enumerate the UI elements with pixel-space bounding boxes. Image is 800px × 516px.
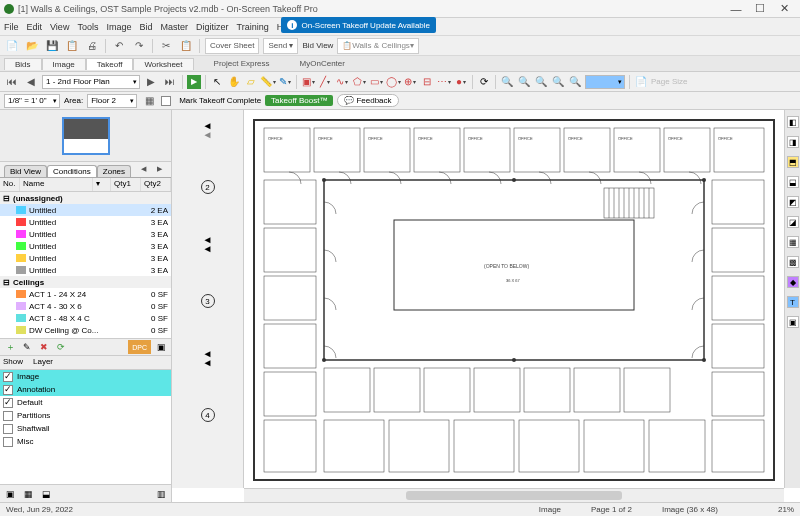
annotation-icon[interactable]: ✎ xyxy=(278,75,292,89)
takeoff-boost-button[interactable]: Takeoff Boost™ xyxy=(265,95,333,106)
dpc-button[interactable]: DPC xyxy=(128,340,151,354)
layer-row[interactable]: Annotation xyxy=(0,383,171,396)
layer-tool-4-icon[interactable]: ▥ xyxy=(154,487,168,501)
linear2-tool-icon[interactable]: ∿ xyxy=(335,75,349,89)
page-selector[interactable]: 1 - 2nd Floor Plan xyxy=(42,75,140,89)
project-dropdown[interactable]: 📋 Walls & Ceilings ▾ xyxy=(337,38,419,54)
layer-checkbox[interactable] xyxy=(3,424,13,434)
save-icon[interactable]: 💾 xyxy=(44,38,60,54)
menu-bid[interactable]: Bid xyxy=(139,22,152,32)
play-icon[interactable]: ▶ xyxy=(187,75,201,89)
layer-checkbox[interactable] xyxy=(3,372,13,382)
rail-tool-10-icon[interactable]: T xyxy=(787,296,799,308)
copy-icon[interactable]: 📋 xyxy=(64,38,80,54)
col-qty1[interactable]: Qty1 xyxy=(111,178,141,191)
condition-group[interactable]: ⊟(unassigned) xyxy=(0,192,171,204)
tab-image[interactable]: Image xyxy=(42,58,86,70)
condition-row[interactable]: Untitled2 EA xyxy=(0,204,171,216)
rail-tool-6-icon[interactable]: ◪ xyxy=(787,216,799,228)
add-condition-icon[interactable]: ＋ xyxy=(3,340,17,354)
layer-row[interactable]: Misc xyxy=(0,435,171,448)
area-dropdown[interactable]: Floor 2 xyxy=(87,94,137,108)
mark-complete-checkbox[interactable] xyxy=(161,96,171,106)
zoom-extent-icon[interactable]: 🔍 xyxy=(568,75,582,89)
layer-row[interactable]: Default xyxy=(0,396,171,409)
prev-tab-icon[interactable]: ◀ xyxy=(135,161,151,177)
menu-view[interactable]: View xyxy=(50,22,69,32)
menu-image[interactable]: Image xyxy=(106,22,131,32)
menu-file[interactable]: File xyxy=(4,22,19,32)
conditions-list[interactable]: ⊟(unassigned)Untitled2 EAUntitled3 EAUnt… xyxy=(0,192,171,338)
zoom-out-icon[interactable]: 🔍 xyxy=(517,75,531,89)
page-thumbnail[interactable] xyxy=(62,117,110,155)
cut-icon[interactable]: ✂ xyxy=(158,38,174,54)
project-express-label[interactable]: Project Express xyxy=(214,59,270,68)
redo-icon[interactable]: ↷ xyxy=(131,38,147,54)
layer-tool-1-icon[interactable]: ▣ xyxy=(3,487,17,501)
menu-master[interactable]: Master xyxy=(160,22,188,32)
layer-row[interactable]: Partitions xyxy=(0,409,171,422)
first-page-icon[interactable]: ⏮ xyxy=(4,74,20,90)
send-button[interactable]: Send ▾ xyxy=(263,38,298,54)
rail-tool-4-icon[interactable]: ⬓ xyxy=(787,176,799,188)
last-page-icon[interactable]: ⏭ xyxy=(162,74,178,90)
backout-tool-icon[interactable]: ⊟ xyxy=(420,75,434,89)
scale-dropdown[interactable]: 1/8" = 1' 0" xyxy=(4,94,60,108)
maximize-button[interactable]: ☐ xyxy=(748,2,772,15)
area-tool-icon[interactable]: ⬠ xyxy=(352,75,366,89)
open-icon[interactable]: 📂 xyxy=(24,38,40,54)
condition-row[interactable]: Untitled3 EA xyxy=(0,240,171,252)
count-tool-icon[interactable]: ▣ xyxy=(301,75,315,89)
myoncenter-label[interactable]: MyOnCenter xyxy=(300,59,345,68)
menu-digitizer[interactable]: Digitizer xyxy=(196,22,229,32)
feedback-button[interactable]: 💬 Feedback xyxy=(337,94,398,107)
delete-condition-icon[interactable]: ✖ xyxy=(37,340,51,354)
menu-training[interactable]: Training xyxy=(236,22,268,32)
rail-tool-1-icon[interactable]: ◧ xyxy=(787,116,799,128)
paste-icon[interactable]: 📋 xyxy=(178,38,194,54)
menu-tools[interactable]: Tools xyxy=(77,22,98,32)
tab-conditions[interactable]: Conditions xyxy=(47,165,97,177)
horizontal-scrollbar[interactable] xyxy=(244,488,784,502)
close-button[interactable]: ✕ xyxy=(772,2,796,15)
rail-tool-11-icon[interactable]: ▣ xyxy=(787,316,799,328)
refresh-condition-icon[interactable]: ⟳ xyxy=(54,340,68,354)
stop-icon[interactable]: ● xyxy=(454,75,468,89)
condition-row[interactable]: ACT 8 - 48 X 4 C0 SF xyxy=(0,312,171,324)
condition-row[interactable]: Untitled3 EA xyxy=(0,264,171,276)
rail-tool-5-icon[interactable]: ◩ xyxy=(787,196,799,208)
curve-tool-icon[interactable]: ◯ xyxy=(386,75,400,89)
rail-tool-8-icon[interactable]: ▩ xyxy=(787,256,799,268)
drawing-canvas[interactable]: ◄◄ 2 ◄◄ 3 ◄◄ 4 xyxy=(172,110,800,502)
zoom-in-icon[interactable]: 🔍 xyxy=(500,75,514,89)
tab-bid-view[interactable]: Bid View xyxy=(4,165,47,177)
layer-checkbox[interactable] xyxy=(3,437,13,447)
col-qty2[interactable]: Qty2 xyxy=(141,178,171,191)
measure-icon[interactable]: 📏 xyxy=(261,75,275,89)
cover-sheet-button[interactable]: Cover Sheet xyxy=(205,38,259,54)
rect-tool-icon[interactable]: ▭ xyxy=(369,75,383,89)
prev-page-icon[interactable]: ◀ xyxy=(23,74,39,90)
page-size-icon[interactable]: 📄 xyxy=(634,75,648,89)
print-icon[interactable]: 🖨 xyxy=(84,38,100,54)
tab-takeoff[interactable]: Takeoff xyxy=(86,58,134,70)
layer-checkbox[interactable] xyxy=(3,398,13,408)
condition-row[interactable]: Untitled3 EA xyxy=(0,216,171,228)
col-no[interactable]: No. xyxy=(0,178,20,191)
attach-tool-icon[interactable]: ⊕ xyxy=(403,75,417,89)
zoom-level-dropdown[interactable] xyxy=(585,75,625,89)
select-tool-icon[interactable]: ↖ xyxy=(210,75,224,89)
rail-tool-3-icon[interactable]: ⬒ xyxy=(787,156,799,168)
zoom-fit-icon[interactable]: 🔍 xyxy=(534,75,548,89)
tab-zones[interactable]: Zones xyxy=(97,165,131,177)
area-tool-icon-2[interactable]: ▦ xyxy=(141,93,157,109)
pan-tool-icon[interactable]: ✋ xyxy=(227,75,241,89)
condition-row[interactable]: ACT 1 - 24 X 240 SF xyxy=(0,288,171,300)
condition-group[interactable]: ⊟Ceilings xyxy=(0,276,171,288)
rail-tool-2-icon[interactable]: ◨ xyxy=(787,136,799,148)
col-name[interactable]: Name xyxy=(20,178,93,191)
layer-tool-2-icon[interactable]: ▦ xyxy=(21,487,35,501)
condition-row[interactable]: ACT 4 - 30 X 60 SF xyxy=(0,300,171,312)
layer-row[interactable]: Image xyxy=(0,370,171,383)
more-tool-icon[interactable]: ⋯ xyxy=(437,75,451,89)
